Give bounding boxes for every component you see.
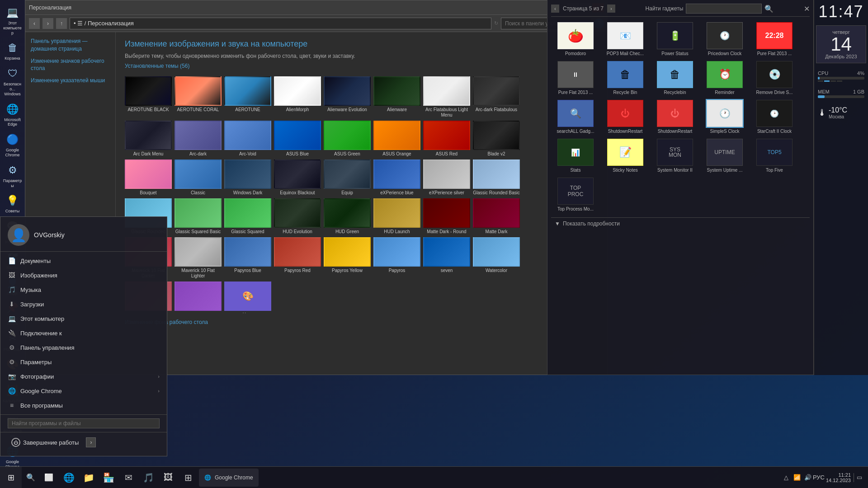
back-button[interactable]: ‹	[29, 18, 40, 29]
desktop-icon[interactable]: 🛡 Безопасно... Windows	[2, 65, 24, 98]
theme-item[interactable]: AEROTUNE	[224, 76, 271, 118]
refresh-icon[interactable]: ↻	[494, 20, 498, 26]
menu-item-photos[interactable]: 📷 Фотографии ›	[0, 369, 167, 384]
show-desktop-icon[interactable]: ▭	[854, 473, 863, 482]
widgets-search-input[interactable]	[686, 4, 762, 14]
theme-item[interactable]: HUD Evolution	[274, 198, 321, 235]
widget-item[interactable]: 📊 Stats	[553, 139, 598, 173]
theme-item[interactable]: ASUS Green	[324, 121, 371, 157]
menu-item-computer[interactable]: 💻 Этот компьютер	[0, 311, 167, 326]
up-button[interactable]: ↑	[56, 18, 67, 29]
taskbar-photos[interactable]: 🖼	[159, 469, 177, 487]
theme-item[interactable]: seven	[423, 237, 470, 279]
taskbar-edge[interactable]: 🌐	[60, 469, 78, 487]
taskbar-grid[interactable]: ⊞	[179, 469, 197, 487]
widget-item[interactable]: 🕑 StarCraft II Clock	[752, 100, 797, 134]
desktop-icon[interactable]: 💻 Этот компьютер	[2, 4, 24, 37]
widget-item[interactable]: 💿 Remove Drive S...	[752, 61, 797, 95]
time-display[interactable]: 11:21 14.12.2023	[826, 472, 851, 483]
taskbar-chrome-app[interactable]: 🌐 Google Chrome	[199, 469, 259, 487]
theme-item[interactable]: AEROTUNE BLACK	[125, 76, 172, 118]
theme-item[interactable]: Papyros Red	[274, 237, 321, 279]
widget-item[interactable]: 22:28 Pure Flat 2013 ...	[752, 22, 797, 56]
icons-link[interactable]: Изменение значков рабочего стола	[31, 57, 110, 73]
menu-item-documents[interactable]: 📄 Документы	[0, 253, 167, 268]
theme-item[interactable]: Blade v2	[473, 121, 520, 157]
taskbar-store[interactable]: 🏪	[99, 469, 118, 487]
taskbar-media[interactable]: 🎵	[139, 469, 157, 487]
menu-item-connect[interactable]: 🔌 Подключение к	[0, 326, 167, 340]
widget-item[interactable]: 📧 POP3 Mail Chec...	[603, 22, 648, 56]
theme-item[interactable]: Matte Dark - Round	[423, 198, 470, 235]
theme-item[interactable]: Arc-Void	[224, 121, 271, 157]
widget-item[interactable]: 🗑 Recyclebin	[652, 61, 698, 95]
widget-item[interactable]: ⏸ Pure Flat 2013 ...	[553, 61, 598, 95]
desktop-bg-link[interactable]: Изменение фона рабочего стола	[125, 319, 599, 326]
address-input[interactable]	[70, 18, 491, 29]
theme-item[interactable]: ASUS Orange	[373, 121, 420, 157]
menu-item-chrome[interactable]: 🌐 Google Chrome ›	[0, 384, 167, 398]
show-more-button[interactable]: ▼ Показать подробности	[551, 217, 810, 230]
theme-item[interactable]: AEROTUNE CORAL	[175, 76, 222, 118]
theme-item[interactable]: Equip	[324, 160, 371, 196]
theme-item[interactable]: Arc Dark Menu	[125, 121, 172, 157]
theme-item[interactable]: Papyros	[373, 237, 420, 279]
theme-item[interactable]: Alienware	[373, 76, 420, 118]
widget-item[interactable]: TOPPROC Top Process Mo...	[553, 178, 598, 212]
widget-item[interactable]: SYSMON System Monitor II	[652, 139, 698, 173]
theme-item[interactable]: Papyros Yellow	[324, 237, 371, 279]
tray-network-icon[interactable]: 📶	[793, 473, 802, 482]
widgets-close-button[interactable]: ✕	[804, 5, 810, 13]
theme-item[interactable]: Equinox Blackout	[274, 160, 321, 196]
theme-item[interactable]: Watercolor	[473, 237, 520, 279]
tray-volume-icon[interactable]: 🔊	[803, 473, 812, 482]
widget-item[interactable]: 📝 Sticky Notes	[603, 139, 648, 173]
theme-item[interactable]: Bouquet	[125, 160, 172, 196]
search-button[interactable]: 🔍	[22, 469, 40, 487]
theme-item[interactable]: Arc Flatabulous Light Menu	[423, 76, 470, 118]
widget-item[interactable]: 🕐 SimpleS Clock	[702, 100, 747, 134]
widget-item[interactable]: ⏻ ShutdownRestart	[603, 100, 648, 134]
start-button[interactable]: ⊞	[0, 467, 22, 488]
widget-item[interactable]: 🔋 Power Status	[652, 22, 698, 56]
search-icon[interactable]: 🔍	[764, 5, 774, 13]
tray-lang-icon[interactable]: РУС	[814, 473, 823, 482]
prev-page-button[interactable]: ‹	[551, 5, 559, 13]
theme-item[interactable]: Matte Dark	[473, 198, 520, 235]
theme-item[interactable]: Maverick 10 Flat Lighter	[175, 237, 222, 279]
shutdown-button[interactable]: ⏻ Завершение работы	[8, 436, 82, 449]
widget-item[interactable]: 🗑 Recycle Bin	[603, 61, 648, 95]
theme-item[interactable]: HUD Launch	[373, 198, 420, 235]
tray-expand-icon[interactable]: △	[782, 473, 791, 482]
theme-item[interactable]: HUD Green	[324, 198, 371, 235]
theme-item[interactable]: Glassic Squared	[224, 198, 271, 235]
theme-item[interactable]: Papyros Blue	[224, 237, 271, 279]
theme-item[interactable]: Windows Dark	[224, 160, 271, 196]
themes-link[interactable]: Установленные темы (56)	[125, 63, 599, 69]
menu-item-music[interactable]: 🎵 Музыка	[0, 282, 167, 297]
desktop-icon[interactable]: 💡 Советы	[2, 192, 24, 216]
widget-item[interactable]: ⏻ ShutdownRestart	[652, 100, 698, 134]
widget-item[interactable]: 🕐 Pricedown Clock	[702, 22, 747, 56]
theme-item[interactable]: Alienware Evolution	[324, 76, 371, 118]
menu-item-controlpanel[interactable]: ⚙ Панель управления	[0, 340, 167, 355]
theme-item[interactable]: Arc-dark	[175, 121, 222, 157]
desktop-icon[interactable]: 🔵 Google Chrome	[2, 131, 24, 160]
taskbar-explorer[interactable]: 📁	[80, 469, 98, 487]
menu-item-settings[interactable]: ⚙ Параметры	[0, 355, 167, 369]
theme-item[interactable]: AlienMorph	[274, 76, 321, 118]
cursors-link[interactable]: Изменение указателей мыши	[31, 77, 110, 84]
taskbar-mail[interactable]: ✉	[119, 469, 137, 487]
widget-item[interactable]: UPTIME System Uptime ...	[702, 139, 747, 173]
next-page-button[interactable]: ›	[607, 5, 615, 13]
menu-item-downloads[interactable]: ⬇ Загрузки	[0, 297, 167, 311]
menu-item-images[interactable]: 🖼 Изображения	[0, 268, 167, 282]
widget-item[interactable]: 🍅 Pomodoro	[553, 22, 598, 56]
menu-item-allprograms[interactable]: ≡ Все программы	[0, 398, 167, 413]
shutdown-arrow-button[interactable]: ›	[86, 437, 96, 447]
desktop-icon[interactable]: 🗑 Корзина	[2, 39, 24, 63]
desktop-icon[interactable]: ⚙ Параметры	[2, 161, 24, 190]
widget-item[interactable]: TOP5 Top Five	[752, 139, 797, 173]
forward-button[interactable]: ›	[42, 18, 53, 29]
theme-item-color[interactable]: 🎨 ЦветДругой	[224, 282, 271, 313]
